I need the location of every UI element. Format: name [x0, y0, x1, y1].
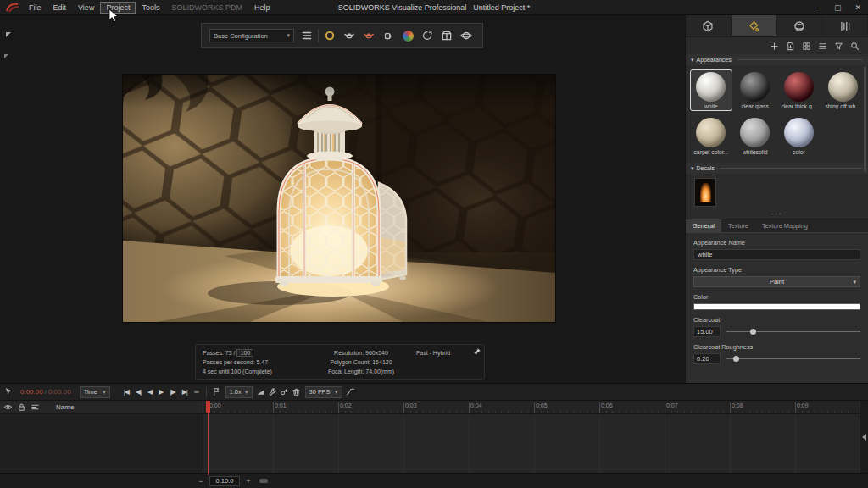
- filter-tracks-icon[interactable]: [29, 402, 41, 413]
- globe-orbit-icon[interactable]: [458, 27, 475, 44]
- appearance-swatch-label: white: [704, 103, 718, 109]
- clearcoat-roughness-slider-handle[interactable]: [733, 356, 739, 362]
- palette-tab-models[interactable]: [686, 15, 732, 36]
- appearance-swatch-color[interactable]: color: [778, 115, 821, 157]
- menu-view[interactable]: View: [72, 2, 100, 14]
- configuration-select-value: Base Configuration: [214, 32, 268, 40]
- render-preview[interactable]: [123, 75, 555, 322]
- wrench-icon[interactable]: [267, 386, 279, 398]
- grid-line: [795, 414, 796, 473]
- ramp-icon[interactable]: [255, 386, 267, 398]
- step-forward-button[interactable]: |▶: [166, 388, 178, 396]
- delete-keyframe-icon[interactable]: [291, 386, 303, 398]
- appearance-swatch-whitesolid[interactable]: whitesolid: [734, 115, 776, 157]
- pin-icon[interactable]: [473, 347, 481, 356]
- play-reverse-button[interactable]: ◀: [144, 388, 155, 396]
- timeline-scroll-thumb[interactable]: [259, 479, 268, 483]
- add-keyframe-icon[interactable]: [279, 386, 291, 398]
- panel-scrollbar[interactable]: [864, 66, 866, 172]
- timeline-vertical-scrollbar[interactable]: [860, 401, 868, 473]
- menu-tools[interactable]: Tools: [136, 2, 165, 14]
- select-tool-icon[interactable]: [2, 386, 14, 398]
- collapse-panel-arrow[interactable]: [6, 32, 11, 37]
- palette-tab-environments[interactable]: [777, 15, 823, 36]
- tab-general[interactable]: General: [686, 219, 721, 232]
- window-title: SOLIDWORKS Visualize Professional - Unti…: [338, 3, 530, 12]
- window-controls: ─ ▢ ✕: [815, 3, 861, 12]
- step-back-button[interactable]: ◀|: [132, 388, 144, 396]
- track-grid-area[interactable]: [203, 414, 860, 473]
- render-flag-icon[interactable]: [211, 386, 223, 398]
- decal-thumbnail-flame[interactable]: [694, 178, 716, 207]
- thumbnails-icon[interactable]: [802, 42, 811, 51]
- color-swatch-bar[interactable]: [693, 303, 860, 310]
- playback-speed-select[interactable]: 1.0x▾: [225, 386, 253, 398]
- render-stats-panel: Passes: 73 / 100 Passes per second: 5.47…: [195, 344, 485, 380]
- clearcoat-value-field[interactable]: 15.00: [693, 326, 721, 337]
- add-icon[interactable]: [770, 42, 779, 51]
- lock-icon[interactable]: [15, 402, 27, 413]
- loop-button[interactable]: ∞: [191, 388, 202, 396]
- appearance-swatch-shiny-off-wh[interactable]: shiny off wh...: [821, 69, 864, 111]
- menu-file[interactable]: File: [23, 2, 47, 14]
- refresh-icon[interactable]: [419, 27, 436, 44]
- multicolor-ball-icon[interactable]: [399, 27, 416, 44]
- palette-tab-textures[interactable]: [822, 15, 868, 36]
- appearance-swatch-clear-thick-g[interactable]: clear thick g...: [778, 69, 821, 111]
- appearance-swatch-white[interactable]: white: [690, 69, 732, 111]
- animation-curve-icon[interactable]: [345, 386, 357, 398]
- menu-edit[interactable]: Edit: [47, 2, 73, 14]
- palette-tab-appearances[interactable]: [732, 15, 777, 36]
- decals-section-header[interactable]: ▾ Decals: [686, 163, 868, 174]
- visibility-icon[interactable]: [2, 402, 14, 413]
- render-ring-icon[interactable]: [321, 27, 338, 44]
- timeline-ruler[interactable]: 0:000:010:020:030:040:050:060:070:080:09: [203, 401, 860, 414]
- collapse-panel-arrow-small[interactable]: [4, 54, 8, 58]
- play-button[interactable]: ▶: [155, 388, 166, 396]
- viewport[interactable]: Base Configuration ▾ Passes: 73 / 100 Pa…: [0, 15, 685, 383]
- duration-field[interactable]: 0:10.0: [209, 476, 240, 486]
- ruler-tick: 0:01: [273, 402, 287, 408]
- appearance-swatch-clear-glass[interactable]: clear glass: [734, 69, 776, 111]
- appearance-swatch-carpet-color[interactable]: carpet color...: [690, 115, 732, 157]
- search-icon[interactable]: [850, 42, 860, 51]
- appearances-section-header[interactable]: ▾ Appearances: [686, 54, 868, 65]
- toolbar-icons: [298, 27, 475, 44]
- menu-icon[interactable]: [298, 27, 315, 44]
- clearcoat-roughness-slider[interactable]: [726, 354, 860, 363]
- playhead[interactable]: [208, 401, 209, 475]
- clearcoat-slider-handle[interactable]: [750, 329, 756, 335]
- tab-texture-mapping[interactable]: Texture Mapping: [755, 219, 815, 232]
- scroll-left-arrow-icon[interactable]: [862, 434, 866, 441]
- list-icon[interactable]: [818, 42, 827, 51]
- configuration-select[interactable]: Base Configuration ▾: [209, 29, 294, 42]
- track-name-column[interactable]: [0, 414, 203, 473]
- skip-end-button[interactable]: ▶|: [179, 388, 191, 396]
- appearance-name-field[interactable]: white: [693, 249, 860, 260]
- clearcoat-roughness-value-field[interactable]: 0.20: [693, 353, 721, 364]
- timeline-panel: 0:00.00/0:00.00 Time▾ |◀◀|◀▶|▶▶|∞ 1.0x▾ …: [0, 383, 868, 488]
- tab-texture[interactable]: Texture: [721, 219, 755, 232]
- filter-icon[interactable]: [834, 42, 843, 51]
- skip-start-button[interactable]: |◀: [120, 388, 132, 396]
- close-button[interactable]: ✕: [854, 3, 861, 12]
- appearance-type-select[interactable]: Paint ▾: [693, 276, 860, 287]
- clearcoat-slider[interactable]: [726, 327, 860, 336]
- menu-solidworks-pdm[interactable]: SOLIDWORKS PDM: [165, 2, 248, 14]
- fps-select[interactable]: 30 FPS▾: [305, 386, 342, 398]
- grid-line: [469, 414, 470, 473]
- maximize-button[interactable]: ▢: [834, 3, 842, 12]
- passes-stat: Passes: 73 / 100: [203, 348, 306, 358]
- timeline-mode-select[interactable]: Time▾: [80, 386, 110, 398]
- import-icon[interactable]: [786, 42, 795, 51]
- mug-icon[interactable]: [380, 27, 397, 44]
- zoom-out-button[interactable]: −: [196, 476, 206, 486]
- package-icon[interactable]: [438, 27, 455, 44]
- teapot-accent-icon[interactable]: [360, 27, 377, 44]
- zoom-in-button[interactable]: +: [243, 476, 253, 486]
- menu-help[interactable]: Help: [248, 2, 276, 14]
- minimize-button[interactable]: ─: [815, 3, 821, 12]
- passes-total-field[interactable]: 100: [236, 349, 253, 357]
- ruler-tick: 0:04: [469, 402, 482, 408]
- teapot-icon[interactable]: [341, 27, 358, 44]
